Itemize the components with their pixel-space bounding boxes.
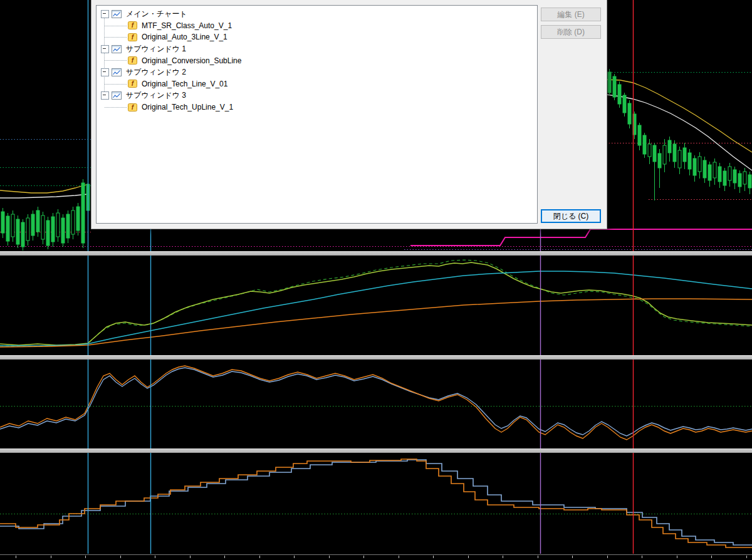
tree-node-label: MTF_SR_Class_Auto_V_1 — [140, 21, 233, 30]
candle-body — [663, 145, 666, 164]
indicators-tree[interactable]: メイン・チャートfMTF_SR_Class_Auto_V_1fOriginal_… — [96, 5, 538, 224]
tree-node-main-chart[interactable]: メイン・チャート — [97, 8, 537, 20]
candle-body — [728, 167, 731, 180]
axis-tick — [538, 556, 538, 558]
candle-body — [703, 160, 706, 178]
candle-body — [628, 103, 631, 124]
axis-tick — [294, 556, 295, 558]
tree-node-label: Original_Conversion_SubLine — [140, 56, 243, 65]
tree-node-indicator[interactable]: fOriginal_Tech_UpLine_V_1 — [97, 101, 537, 113]
collapse-icon[interactable] — [101, 68, 109, 76]
axis-tick — [468, 556, 469, 558]
sub1-orange-line — [0, 299, 752, 347]
tree-node-label: Original_Tech_UpLine_V_1 — [140, 103, 234, 111]
candle-body — [698, 157, 701, 172]
candle-body — [608, 72, 611, 93]
candle-body — [46, 220, 50, 246]
tree-node-label: サブウィンドウ 1 — [125, 44, 187, 54]
tree-node-label: サブウィンドウ 2 — [125, 67, 187, 78]
collapse-icon[interactable] — [101, 91, 109, 100]
axis-tick — [572, 556, 573, 558]
candle-body — [713, 162, 716, 178]
candle-body — [638, 125, 641, 145]
candle-body — [688, 153, 691, 169]
candle-body — [71, 210, 75, 234]
tree-node-subwindow-2[interactable]: サブウィンドウ 2 — [97, 66, 537, 78]
candle-body — [668, 140, 671, 153]
window-splitter[interactable] — [0, 251, 752, 256]
candle-body — [76, 207, 80, 231]
tree-guide-line — [104, 14, 105, 95]
indicator-icon: f — [128, 103, 137, 111]
tree-node-indicator[interactable]: fMTF_SR_Class_Auto_V_1 — [97, 20, 537, 32]
candle-body — [738, 174, 741, 187]
candle-body — [21, 222, 24, 247]
axis-tick — [399, 556, 399, 558]
axis-tick — [329, 556, 330, 558]
candle-body — [743, 172, 746, 184]
chart-window-icon — [112, 45, 122, 53]
tree-node-subwindow-3[interactable]: サブウィンドウ 3 — [97, 90, 537, 101]
candle-body — [733, 170, 736, 183]
indicator-icon: f — [128, 56, 137, 65]
candle-body — [1, 212, 4, 233]
tree-node-indicator[interactable]: fOriginal_Tech_Line_V_01 — [97, 78, 537, 90]
ma-line — [0, 194, 88, 198]
collapse-icon[interactable] — [101, 45, 109, 53]
axis-tick — [16, 556, 16, 558]
candle-body — [11, 214, 14, 237]
candle-body — [61, 218, 65, 243]
candle-body — [673, 144, 676, 162]
indicator-icon: f — [128, 33, 137, 41]
candle-body — [31, 214, 34, 236]
collapse-icon[interactable] — [101, 10, 109, 18]
axis-tick — [433, 556, 434, 558]
candle-body — [36, 210, 39, 232]
tree-node-indicator[interactable]: fOriginal_Auto_3Line_V_1 — [97, 31, 537, 43]
tree-node-label: サブウィンドウ 3 — [125, 90, 187, 101]
chart-window-icon — [112, 10, 122, 18]
close-button[interactable]: 閉じる (C) — [541, 209, 601, 223]
window-splitter[interactable] — [0, 355, 752, 360]
candle-body — [718, 167, 721, 182]
sub1-green-line — [0, 262, 752, 345]
candle-body — [658, 153, 661, 168]
axis-tick — [190, 556, 191, 558]
sub2-blue-line — [0, 368, 752, 436]
axis-tick — [642, 556, 642, 558]
candle-body — [6, 216, 9, 241]
sub3-orange-step-line — [0, 459, 752, 547]
delete-button[interactable]: 削除 (D) — [541, 25, 601, 39]
candle-body — [648, 144, 651, 157]
time-axis[interactable] — [0, 554, 752, 560]
candle-body — [56, 213, 60, 237]
axis-tick — [155, 556, 155, 558]
candle-body — [693, 158, 696, 175]
axis-tick — [120, 556, 121, 558]
indicators-list-dialog: メイン・チャートfMTF_SR_Class_Auto_V_1fOriginal_… — [91, 0, 607, 229]
indicator-icon: f — [128, 80, 137, 88]
axis-tick — [259, 556, 260, 558]
sub1-cyan-line — [0, 271, 752, 346]
candle-body — [51, 217, 55, 242]
candle-body — [748, 175, 751, 188]
candle-body — [708, 165, 711, 180]
tree-node-indicator[interactable]: fOriginal_Conversion_SubLine — [97, 54, 537, 66]
axis-tick — [711, 556, 712, 558]
candle-body — [643, 135, 646, 154]
candle-body — [678, 150, 681, 168]
tree-node-label: Original_Auto_3Line_V_1 — [140, 33, 229, 41]
candle-body — [653, 145, 656, 162]
tree-node-label: Original_Tech_Line_V_01 — [140, 80, 229, 88]
axis-tick — [224, 556, 225, 558]
candle-body — [723, 171, 726, 185]
window-splitter[interactable] — [0, 449, 752, 453]
edit-button[interactable]: 編集 (E) — [541, 8, 601, 21]
candle-body — [16, 219, 19, 244]
candle-body — [613, 76, 616, 97]
axis-tick — [607, 556, 608, 558]
candle-body — [81, 183, 85, 243]
candle-body — [623, 95, 626, 113]
tree-node-subwindow-1[interactable]: サブウィンドウ 1 — [97, 43, 537, 55]
axis-tick — [51, 556, 51, 558]
